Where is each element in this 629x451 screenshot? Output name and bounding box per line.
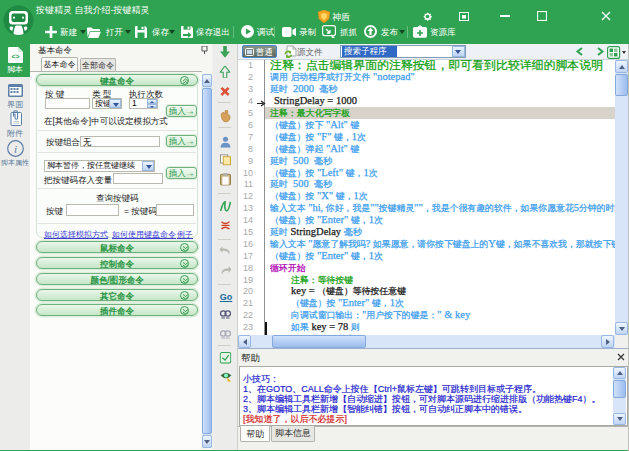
svg-text:i: i bbox=[14, 143, 17, 155]
svg-text:<>: <> bbox=[11, 53, 19, 60]
